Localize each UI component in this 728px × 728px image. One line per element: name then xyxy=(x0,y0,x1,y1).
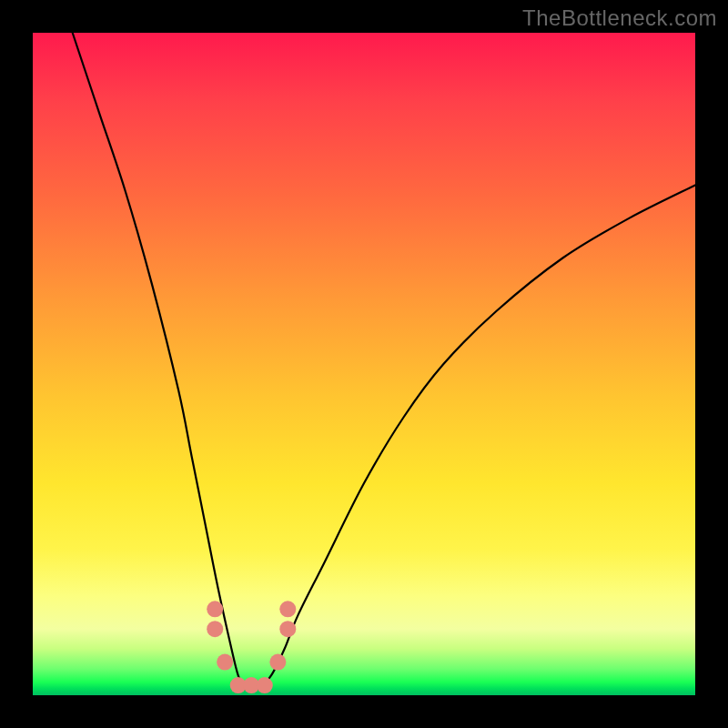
trough-marker xyxy=(207,601,223,617)
trough-marker xyxy=(279,621,296,637)
trough-marker xyxy=(257,677,273,693)
curve-layer xyxy=(33,33,695,695)
gradient-plot-area xyxy=(33,33,695,695)
marker-group xyxy=(207,601,296,693)
chart-frame: TheBottleneck.com xyxy=(0,0,728,728)
trough-marker xyxy=(279,601,296,617)
trough-marker xyxy=(269,654,286,671)
trough-marker xyxy=(217,654,233,671)
bottleneck-curve xyxy=(73,33,695,690)
trough-marker xyxy=(207,621,223,637)
watermark-text: TheBottleneck.com xyxy=(522,5,717,31)
